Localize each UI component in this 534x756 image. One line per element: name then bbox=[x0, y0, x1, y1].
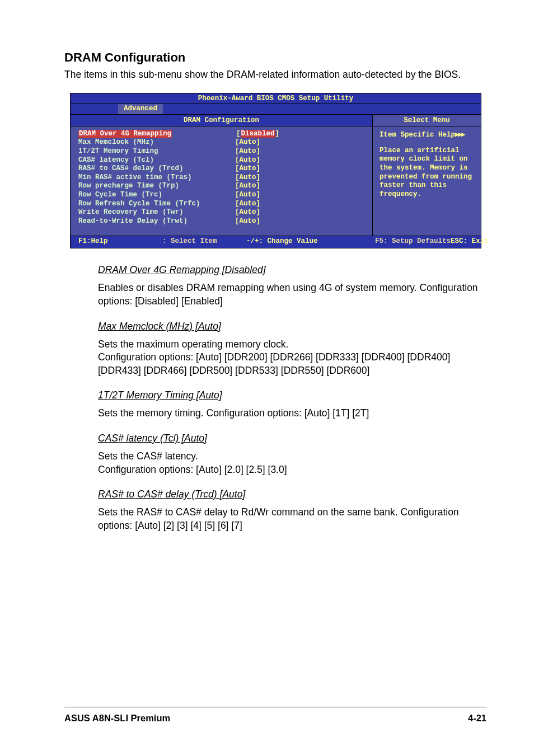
bios-help-body: Place an artificial memory clock limit o… bbox=[380, 147, 475, 199]
bios-key-exit: ESC: Exit bbox=[451, 237, 534, 246]
item-heading: DRAM Over 4G Remapping [Disabled] bbox=[98, 264, 489, 276]
item-heading: RAS# to CAS# delay (Trcd) [Auto] bbox=[98, 489, 489, 500]
bios-key-defaults: F5: Setup Defaults bbox=[375, 237, 451, 246]
item-heading: Max Memclock (MHz) [Auto] bbox=[98, 321, 489, 332]
setting-row: Row Refresh Cycle Time (Trfc)[Auto] bbox=[78, 200, 367, 209]
setting-value: [Auto] bbox=[235, 217, 260, 226]
bios-help-panel: Item Specific Help▶▶▶ Place an artificia… bbox=[373, 126, 481, 236]
setting-label: Write Recovery Time (Twr) bbox=[78, 208, 235, 217]
bios-right-header: Select Menu bbox=[373, 115, 481, 126]
setting-label: 1T/2T Memory Timing bbox=[78, 147, 235, 156]
item-description: Sets the CAS# latency. Configuration opt… bbox=[98, 450, 489, 476]
setting-value: [Auto] bbox=[235, 182, 260, 191]
page-footer: ASUS A8N-SLI Premium 4-21 bbox=[0, 707, 534, 724]
footer-pagenum: 4-21 bbox=[468, 713, 486, 724]
setting-label: Read-to-Write Delay (Trwt) bbox=[78, 217, 235, 226]
setting-value: [Auto] bbox=[235, 165, 260, 173]
bios-key-change: -/+: Change Value bbox=[246, 237, 375, 246]
footer-product: ASUS A8N-SLI Premium bbox=[64, 713, 170, 724]
setting-row: RAS# to CAS# delay (Trcd)[Auto] bbox=[78, 165, 367, 173]
setting-value: [Auto] bbox=[235, 147, 260, 156]
item-description: Enables or disables DRAM remapping when … bbox=[98, 281, 489, 308]
item-heading: CAS# latency (Tcl) [Auto] bbox=[98, 433, 489, 444]
item-description: Sets the memory timing. Configuration op… bbox=[98, 407, 489, 420]
setting-label: Max Memclock (MHz) bbox=[78, 138, 235, 147]
setting-label: Row precharge Time (Trp) bbox=[78, 182, 235, 191]
setting-label: Min RAS# active time (Tras) bbox=[78, 173, 235, 182]
bios-tab-advanced: Advanced bbox=[118, 104, 163, 114]
arrow-icon: ▶▶▶ bbox=[455, 131, 465, 139]
setting-value: [Auto] bbox=[235, 200, 260, 209]
setting-value: [Auto] bbox=[235, 138, 260, 147]
section-title: DRAM Configuration bbox=[64, 50, 489, 65]
setting-row: Row Cycle Time (Trc)[Auto] bbox=[78, 191, 367, 200]
item-description: Sets the maximum operating memory clock.… bbox=[98, 338, 489, 378]
setting-label: RAS# to CAS# delay (Trcd) bbox=[78, 165, 235, 173]
setting-row: 1T/2T Memory Timing[Auto] bbox=[78, 147, 367, 156]
bios-settings-list: DRAM Over 4G Remapping[Disabled]Max Memc… bbox=[71, 126, 373, 236]
setting-value: [Auto] bbox=[235, 191, 260, 200]
setting-label: Row Cycle Time (Trc) bbox=[78, 191, 235, 200]
setting-row: Min RAS# active time (Tras)[Auto] bbox=[78, 173, 367, 182]
bios-help-title: Item Specific Help bbox=[380, 131, 455, 139]
setting-value: [Auto] bbox=[235, 173, 260, 182]
setting-value: [Disabled] bbox=[236, 130, 279, 139]
bios-key-select-item: : Select Item bbox=[162, 237, 246, 246]
section-intro: The items in this sub-menu show the DRAM… bbox=[64, 68, 489, 82]
setting-row: DRAM Over 4G Remapping[Disabled] bbox=[78, 130, 367, 139]
bios-screenshot: Phoenix-Award BIOS CMOS Setup Utility Ad… bbox=[70, 93, 481, 249]
bios-title: Phoenix-Award BIOS CMOS Setup Utility bbox=[71, 93, 481, 104]
setting-row: Max Memclock (MHz)[Auto] bbox=[78, 138, 367, 147]
setting-row: CAS# latency (Tcl)[Auto] bbox=[78, 156, 367, 165]
setting-label: DRAM Over 4G Remapping bbox=[78, 130, 172, 139]
setting-value: [Auto] bbox=[235, 156, 260, 165]
bios-tab-bar: Advanced bbox=[71, 104, 481, 114]
setting-value: [Auto] bbox=[235, 208, 260, 217]
item-description: Sets the RAS# to CAS# delay to Rd/Wr com… bbox=[98, 506, 489, 532]
setting-row: Read-to-Write Delay (Trwt)[Auto] bbox=[78, 217, 367, 226]
setting-label: CAS# latency (Tcl) bbox=[78, 156, 235, 165]
setting-label: Row Refresh Cycle Time (Trfc) bbox=[78, 200, 235, 209]
bios-footer: F1:Help : Select Item -/+: Change Value … bbox=[71, 236, 481, 248]
setting-row: Row precharge Time (Trp)[Auto] bbox=[78, 182, 367, 191]
item-heading: 1T/2T Memory Timing [Auto] bbox=[98, 389, 489, 401]
setting-row: Write Recovery Time (Twr)[Auto] bbox=[78, 208, 367, 217]
bios-key-help: F1:Help bbox=[78, 237, 162, 246]
bios-left-header: DRAM Configuration bbox=[71, 115, 373, 126]
